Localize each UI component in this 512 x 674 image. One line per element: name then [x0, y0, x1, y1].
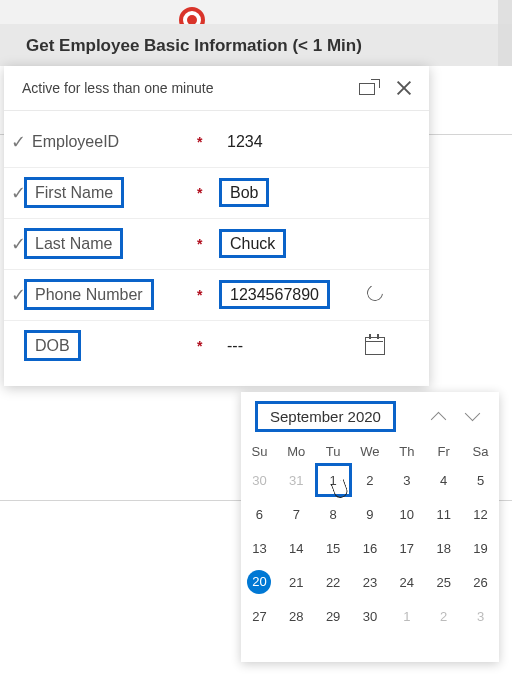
calendar-day[interactable]: 8: [315, 497, 352, 531]
calendar-day[interactable]: 10: [388, 497, 425, 531]
required-mark: *: [197, 134, 227, 150]
field-dob[interactable]: DOB * ---: [4, 321, 429, 371]
field-phone-number[interactable]: ✓ Phone Number * 1234567890: [4, 270, 429, 321]
app-top-strip: [0, 0, 512, 24]
calendar-day[interactable]: 1: [315, 463, 352, 497]
calendar-day[interactable]: 30: [352, 599, 389, 633]
dow-label: Sa: [462, 440, 499, 463]
calendar-day[interactable]: 16: [352, 531, 389, 565]
calendar-day[interactable]: 6: [241, 497, 278, 531]
field-label: DOB: [24, 330, 81, 361]
flyout-subtitle: Active for less than one minute: [22, 80, 341, 96]
dow-label: Mo: [278, 440, 315, 463]
stage-title: Get Employee Basic Information (< 1 Min): [26, 36, 362, 56]
calendar-icon[interactable]: [364, 334, 386, 356]
check-icon: ✓: [4, 131, 32, 153]
field-label: Phone Number: [24, 279, 154, 310]
date-picker-popup: September 2020 SuMoTuWeThFrSa 3031123456…: [241, 392, 499, 662]
calendar-day[interactable]: 19: [462, 531, 499, 565]
expand-icon[interactable]: [359, 79, 377, 97]
calendar-day[interactable]: 1: [388, 599, 425, 633]
calendar-day[interactable]: 2: [425, 599, 462, 633]
next-month-icon[interactable]: [461, 404, 485, 428]
calendar-day[interactable]: 4: [425, 463, 462, 497]
form-flyout: Active for less than one minute ✓ Employ…: [4, 66, 429, 386]
month-year-label[interactable]: September 2020: [255, 401, 396, 432]
field-value[interactable]: 1234567890: [219, 280, 330, 309]
calendar-day[interactable]: 17: [388, 531, 425, 565]
calendar-day[interactable]: 27: [241, 599, 278, 633]
calendar-day[interactable]: 23: [352, 565, 389, 599]
calendar-day[interactable]: 29: [315, 599, 352, 633]
calendar-day[interactable]: 7: [278, 497, 315, 531]
calendar-day[interactable]: 31: [278, 463, 315, 497]
dow-label: Tu: [315, 440, 352, 463]
calendar-day[interactable]: 26: [462, 565, 499, 599]
field-label: Last Name: [24, 228, 123, 259]
calendar-day[interactable]: 12: [462, 497, 499, 531]
field-value[interactable]: Bob: [219, 178, 269, 207]
calendar-day[interactable]: 22: [315, 565, 352, 599]
phone-icon[interactable]: [364, 283, 386, 305]
calendar-day[interactable]: 9: [352, 497, 389, 531]
calendar-day[interactable]: 18: [425, 531, 462, 565]
calendar-day[interactable]: 30: [241, 463, 278, 497]
field-last-name[interactable]: ✓ Last Name * Chuck: [4, 219, 429, 270]
calendar-day[interactable]: 3: [462, 599, 499, 633]
calendar-grid: SuMoTuWeThFrSa 3031123456789101112131415…: [241, 440, 499, 633]
calendar-day[interactable]: 20: [241, 565, 278, 599]
calendar-day[interactable]: 28: [278, 599, 315, 633]
calendar-day[interactable]: 25: [425, 565, 462, 599]
calendar-day[interactable]: 13: [241, 531, 278, 565]
calendar-day[interactable]: 24: [388, 565, 425, 599]
calendar-day[interactable]: 5: [462, 463, 499, 497]
field-first-name[interactable]: ✓ First Name * Bob: [4, 168, 429, 219]
prev-month-icon[interactable]: [427, 404, 451, 428]
dow-label: We: [352, 440, 389, 463]
field-employee-id[interactable]: ✓ EmployeeID * 1234: [4, 117, 429, 168]
field-value[interactable]: Chuck: [219, 229, 286, 258]
dow-label: Fr: [425, 440, 462, 463]
calendar-day[interactable]: 21: [278, 565, 315, 599]
field-label: First Name: [24, 177, 124, 208]
required-mark: *: [197, 338, 227, 354]
field-value[interactable]: ---: [227, 337, 357, 355]
calendar-day[interactable]: 15: [315, 531, 352, 565]
calendar-day[interactable]: 3: [388, 463, 425, 497]
dow-label: Th: [388, 440, 425, 463]
calendar-day[interactable]: 11: [425, 497, 462, 531]
field-label: EmployeeID: [32, 133, 197, 151]
field-value[interactable]: 1234: [227, 133, 357, 151]
calendar-day[interactable]: 2: [352, 463, 389, 497]
dow-label: Su: [241, 440, 278, 463]
calendar-day[interactable]: 14: [278, 531, 315, 565]
close-icon[interactable]: [395, 79, 413, 97]
stage-header: Get Employee Basic Information (< 1 Min): [0, 24, 512, 66]
